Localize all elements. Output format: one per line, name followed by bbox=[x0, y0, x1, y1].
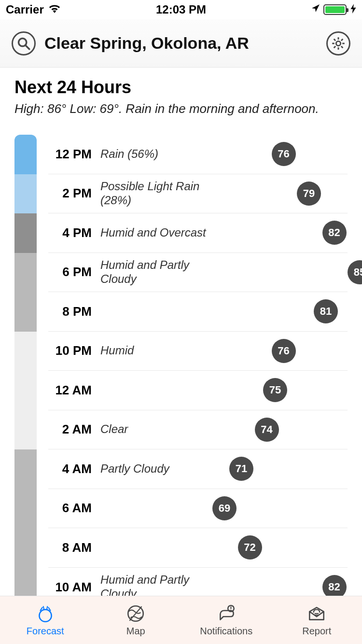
status-time: 12:03 PM bbox=[156, 3, 206, 16]
location-arrow-icon bbox=[311, 3, 320, 16]
hour-time: 4 AM bbox=[48, 462, 92, 476]
strip-segment bbox=[14, 213, 37, 253]
report-icon bbox=[306, 603, 327, 624]
temp-track: 76 bbox=[212, 332, 348, 371]
temp-track: 71 bbox=[212, 449, 348, 489]
hour-row[interactable]: 4 PMHumid and Overcast82 bbox=[48, 213, 348, 253]
tab-notifications[interactable]: Notifications bbox=[181, 596, 272, 644]
hour-time: 2 PM bbox=[48, 186, 92, 201]
temp-badge: 79 bbox=[297, 182, 321, 206]
condition-color-strip bbox=[14, 135, 37, 607]
hourly-list[interactable]: 12 PMRain (56%)762 PMPossible Light Rain… bbox=[48, 135, 348, 607]
location-title: Clear Spring, Okolona, AR bbox=[44, 34, 318, 53]
temp-badge: 72 bbox=[238, 535, 262, 560]
search-button[interactable] bbox=[12, 31, 36, 56]
svg-line-8 bbox=[341, 46, 343, 48]
status-bar: Carrier 12:03 PM bbox=[0, 0, 362, 19]
temp-badge: 81 bbox=[314, 299, 338, 323]
svg-line-7 bbox=[334, 39, 336, 41]
temp-badge: 69 bbox=[212, 496, 237, 520]
tab-forecast[interactable]: Forecast bbox=[0, 596, 91, 644]
hour-row[interactable]: 2 PMPossible Light Rain (28%)79 bbox=[48, 174, 348, 214]
strip-segment bbox=[14, 528, 37, 568]
strip-segment bbox=[14, 292, 37, 332]
globe-icon bbox=[125, 603, 146, 624]
tab-report[interactable]: Report bbox=[272, 596, 362, 644]
hour-condition: Partly Cloudy bbox=[100, 462, 169, 476]
svg-line-10 bbox=[341, 39, 343, 41]
temp-badge: 75 bbox=[263, 378, 287, 402]
hour-condition: Rain (56%) bbox=[100, 147, 158, 161]
temp-track: 75 bbox=[212, 371, 348, 410]
carrier-label: Carrier bbox=[6, 3, 44, 16]
hour-row[interactable]: 6 PMHumid and Partly Cloudy85 bbox=[48, 253, 348, 293]
wifi-icon bbox=[48, 3, 61, 16]
hour-row[interactable]: 12 AM75 bbox=[48, 371, 348, 410]
temp-track: 82 bbox=[212, 213, 348, 252]
tab-map[interactable]: Map bbox=[91, 596, 181, 644]
status-left: Carrier bbox=[6, 3, 61, 16]
strip-segment bbox=[14, 371, 37, 410]
hour-row[interactable]: 8 PM81 bbox=[48, 292, 348, 332]
hour-time: 6 AM bbox=[48, 501, 92, 516]
hour-condition: Humid and Partly Cloudy bbox=[100, 258, 211, 286]
search-icon bbox=[17, 37, 30, 50]
main-content: Next 24 Hours High: 86° Low: 69°. Rain i… bbox=[0, 68, 362, 607]
tab-label: Report bbox=[302, 626, 331, 637]
hour-time: 8 PM bbox=[48, 304, 92, 319]
temp-badge: 76 bbox=[272, 339, 296, 363]
hour-time: 8 AM bbox=[48, 540, 92, 555]
strip-segment bbox=[14, 174, 37, 214]
temp-track: 79 bbox=[212, 174, 348, 213]
gear-icon bbox=[332, 37, 345, 50]
tab-label: Map bbox=[126, 626, 145, 637]
forecast-icon bbox=[35, 603, 56, 624]
notifications-icon bbox=[216, 603, 237, 624]
hour-condition: Humid bbox=[100, 344, 134, 358]
svg-point-2 bbox=[336, 41, 340, 45]
hour-row[interactable]: 4 AMPartly Cloudy71 bbox=[48, 449, 348, 489]
strip-segment bbox=[14, 489, 37, 529]
temp-track: 76 bbox=[212, 135, 348, 174]
svg-point-15 bbox=[230, 610, 231, 611]
hour-row[interactable]: 8 AM72 bbox=[48, 528, 348, 568]
section-subtitle: High: 86° Low: 69°. Rain in the morning … bbox=[14, 101, 348, 116]
svg-line-1 bbox=[26, 45, 29, 49]
charging-icon bbox=[350, 4, 356, 16]
hour-time: 10 AM bbox=[48, 580, 92, 595]
temp-badge: 85 bbox=[348, 260, 362, 284]
hour-time: 4 PM bbox=[48, 225, 92, 240]
settings-button[interactable] bbox=[326, 31, 350, 56]
tab-label: Notifications bbox=[200, 626, 252, 637]
temp-track: 85 bbox=[212, 253, 348, 292]
hour-row[interactable]: 6 AM69 bbox=[48, 489, 348, 529]
hour-time: 10 PM bbox=[48, 343, 92, 358]
hour-row[interactable]: 10 PMHumid76 bbox=[48, 332, 348, 371]
hour-row[interactable]: 12 PMRain (56%)76 bbox=[48, 135, 348, 174]
section-title: Next 24 Hours bbox=[14, 77, 348, 98]
hour-time: 12 AM bbox=[48, 383, 92, 398]
temp-track: 72 bbox=[212, 528, 348, 567]
hour-row[interactable]: 2 AMClear74 bbox=[48, 410, 348, 450]
battery-icon bbox=[323, 4, 347, 15]
temp-badge: 82 bbox=[322, 221, 347, 245]
strip-segment bbox=[14, 332, 37, 371]
hour-time: 2 AM bbox=[48, 422, 92, 437]
status-right bbox=[311, 3, 356, 16]
hour-time: 12 PM bbox=[48, 147, 92, 162]
temp-badge: 74 bbox=[255, 418, 279, 442]
svg-line-9 bbox=[334, 46, 336, 48]
hour-time: 6 PM bbox=[48, 265, 92, 280]
strip-segment bbox=[14, 449, 37, 489]
temp-track: 74 bbox=[212, 410, 348, 449]
hour-condition: Humid and Overcast bbox=[100, 226, 206, 240]
tab-bar: Forecast Map Notifications Report bbox=[0, 596, 362, 644]
tab-label: Forecast bbox=[27, 626, 64, 637]
header: Clear Spring, Okolona, AR bbox=[0, 19, 362, 68]
temp-track: 81 bbox=[212, 292, 348, 331]
temp-badge: 71 bbox=[229, 457, 253, 481]
strip-segment bbox=[14, 410, 37, 450]
temp-track: 69 bbox=[212, 489, 348, 528]
hour-condition: Possible Light Rain (28%) bbox=[100, 180, 211, 208]
hour-condition: Clear bbox=[100, 422, 128, 436]
